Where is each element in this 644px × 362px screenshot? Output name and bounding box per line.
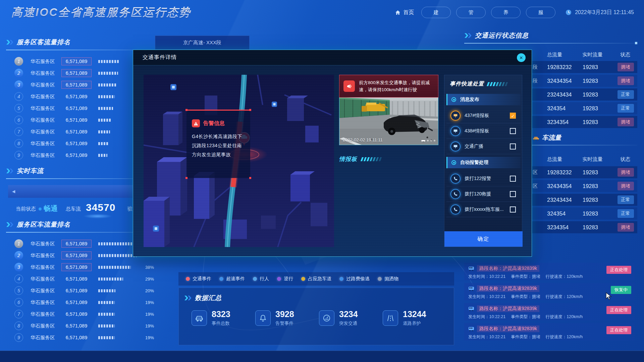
rank-bar-track	[98, 336, 141, 339]
car-icon	[533, 135, 539, 140]
rank-row: 9 华石服务区 6,571,089 19%	[6, 333, 168, 343]
rank-bar	[98, 154, 107, 157]
area-name-fragment: 区	[533, 183, 547, 189]
legend-dot-icon	[186, 277, 190, 281]
bus-icon	[468, 286, 474, 291]
realtime-flow: 19283	[583, 197, 613, 203]
nav-pill[interactable]: 服	[526, 7, 555, 18]
rank-row: 3 华石服务区 6,571,089 38%	[6, 262, 168, 272]
legend-item[interactable]: 占应急车道	[301, 276, 331, 282]
legend-item[interactable]: 交通事件	[186, 276, 211, 282]
legend-item[interactable]: 过路费偷逃	[339, 276, 370, 282]
rank-number: 7	[14, 310, 23, 318]
panel-title: 服务区车流量排名	[17, 220, 70, 229]
map-road-tab-label: 京广高速- XXX段	[183, 40, 221, 46]
rank-number: 3	[14, 263, 23, 272]
auto-alarm-items: 拨打122报警 拨打120救援 拨打xxxxx拖车服...	[446, 171, 521, 217]
rank-number: 6	[14, 298, 23, 307]
road-event-card[interactable]: 路段名称：沪昆高速92839k 正在处理 发生时间：10:22:21 事件类型：…	[464, 303, 635, 320]
road-event-card[interactable]: 路段名称：沪昆高速92839k 正在处理 发生时间：10:22:21 事件类型：…	[464, 263, 635, 280]
stat-value: 3928	[275, 309, 294, 319]
rank-bar	[98, 95, 115, 98]
checkbox[interactable]	[510, 176, 516, 182]
megaphone-icon	[343, 80, 355, 92]
close-icon[interactable]: ✕	[517, 53, 526, 62]
tabs-back-arrow-icon[interactable]: ◀	[12, 189, 15, 194]
rank-bar-track	[98, 60, 120, 63]
top-header: 高速IOC全省高速服务区运行态势 首页 建 管 养 服 2022年3月23日 1…	[0, 0, 644, 25]
legend-label: 交通事件	[193, 276, 211, 282]
event-map[interactable]: 告警信息 G4长沙长滩高速路段下沉路段1234公里处往南方向发生追尾事故	[144, 75, 334, 247]
vehicle-count: 6,571,089	[61, 240, 92, 248]
nav-pill-label: 管	[469, 9, 474, 16]
quick-panel-title: 事件快速处置	[450, 80, 484, 87]
service-area-name: 华石服务区	[31, 82, 61, 88]
col-status: 状态	[613, 52, 637, 58]
handle	[185, 109, 187, 111]
status-badge: 拥堵	[618, 63, 634, 71]
rank-number: 3	[14, 80, 23, 89]
panel-title: 数据汇总	[195, 294, 222, 302]
legend-item[interactable]: 超速事件	[219, 276, 245, 282]
checkbox[interactable]	[510, 143, 516, 149]
status-badge: 拥堵	[618, 223, 634, 232]
quick-item-row[interactable]: 交通广播	[446, 139, 521, 154]
confirm-button[interactable]: 确定	[444, 231, 523, 247]
legend-item[interactable]: 抛洒物	[378, 276, 398, 282]
nav-pill[interactable]: 建	[421, 7, 451, 18]
car-stat-icon	[192, 310, 207, 326]
service-area-name: 华石服务区	[31, 152, 61, 159]
realtime-flow: 19283	[583, 210, 613, 217]
quick-item-row[interactable]: 拨打xxxxx拖车服...	[446, 202, 521, 217]
realtime-flow: 19283	[583, 78, 613, 84]
col-total: 总流量	[547, 156, 583, 163]
legend-item[interactable]: 逆行	[277, 276, 293, 282]
rank-number: 9	[14, 151, 23, 160]
alert-title: 告警信息	[203, 120, 225, 127]
col-total: 总流量	[547, 52, 583, 58]
bus-icon	[468, 306, 474, 311]
quick-item-row[interactable]: 拨打120救援	[446, 186, 521, 202]
checkbox[interactable]	[510, 206, 516, 213]
legend-item[interactable]: 行人	[253, 276, 269, 282]
map-road-tab[interactable]: 京广高速- XXX段	[155, 36, 250, 50]
nav-home[interactable]: 首页	[395, 9, 414, 16]
quick-item-row[interactable]: 437#情报板	[446, 108, 521, 123]
rank-number: 5	[14, 104, 23, 113]
quick-item-row[interactable]: 拨打122报警	[446, 171, 521, 186]
event-type-legend: 交通事件 超速事件 行人 逆行 占应急车道 过路费偷逃 抛洒物	[178, 272, 454, 286]
rank-bar	[98, 324, 115, 327]
nav-pill-label: 服	[538, 9, 543, 16]
status-value: 畅通	[44, 204, 58, 213]
photo-pagination-dots[interactable]	[421, 140, 435, 141]
rank-percent: 19%	[145, 323, 161, 328]
event-meta: 发生时间：10:22:21 事件类型：拥堵 行驶速度：120km/h	[468, 274, 631, 280]
rank-number: 2	[14, 251, 23, 260]
checkbox[interactable]	[510, 128, 516, 134]
total-flow: 19283232	[547, 169, 583, 176]
section-chevron-icon	[6, 168, 13, 174]
legend-dot-icon	[277, 277, 281, 281]
nav-home-label: 首页	[403, 9, 414, 16]
alert-text: G4长沙长滩高速路段下沉路段1234公里处往南方向发生追尾事故	[192, 132, 246, 159]
vehicle-count: 6,571,089	[61, 263, 92, 271]
stat-label: 事件总数	[212, 320, 230, 326]
service-area-name: 华石服务区	[31, 94, 61, 100]
title-ticks-decoration	[361, 157, 382, 161]
service-area-name: 华石服务区	[31, 70, 61, 76]
legend-dot-icon	[301, 277, 305, 281]
vehicle-count: 6,571,089	[61, 298, 92, 306]
nav-pill[interactable]: 养	[491, 7, 521, 18]
nav-pill[interactable]: 管	[456, 7, 486, 18]
road-event-card[interactable]: 路段名称：沪昆高速92839k 正在处理 发生时间：10:22:21 事件类型：…	[464, 323, 635, 341]
vehicle-count: 6,571,089	[61, 322, 92, 330]
handle	[249, 177, 251, 179]
road-event-card[interactable]: 路段名称：沪昆高速92839k 恢复中 发生时间：10:22:21 事件类型：拥…	[464, 283, 635, 300]
event-status-badge: 正在处理	[606, 326, 631, 334]
checkbox[interactable]	[510, 113, 516, 119]
checkbox[interactable]	[510, 191, 516, 197]
rank-bar	[98, 130, 110, 133]
passenger-count: 6,571,089	[61, 69, 92, 77]
event-status-badge: 正在处理	[606, 266, 631, 274]
quick-item-row[interactable]: 438#情报板	[446, 123, 521, 139]
